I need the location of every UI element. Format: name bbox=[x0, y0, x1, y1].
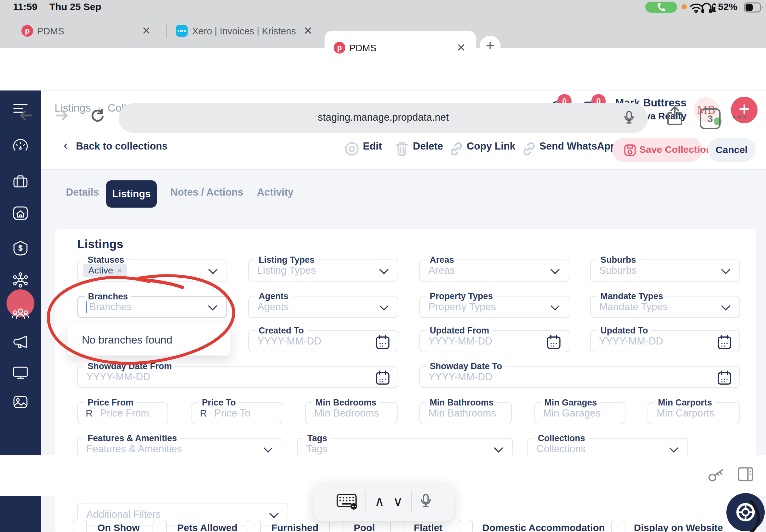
dashboard-icon[interactable] bbox=[12, 138, 29, 155]
showday-date-to-field[interactable]: Showday Date To YYYY-MM-DD bbox=[420, 366, 740, 388]
marketing-icon[interactable] bbox=[12, 333, 29, 350]
on-show-label[interactable]: On Show bbox=[97, 522, 140, 532]
showday-date-from-field[interactable]: Showday Date From YYYY-MM-DD bbox=[77, 366, 398, 388]
previous-field-icon[interactable]: ∧ bbox=[374, 495, 385, 508]
field-placeholder: Additional Filters bbox=[86, 509, 161, 520]
field-placeholder: Mandate Types bbox=[599, 301, 668, 313]
price-from-field[interactable]: Price From R Price From bbox=[77, 402, 168, 424]
areas-field[interactable]: Areas Areas bbox=[420, 260, 569, 282]
contacts-icon[interactable] bbox=[12, 306, 29, 323]
active-call-pill[interactable] bbox=[645, 2, 677, 13]
tab-3-title: PDMS bbox=[349, 43, 376, 54]
suburbs-field[interactable]: Suburbs Suburbs bbox=[590, 260, 740, 282]
min-bathrooms-field[interactable]: Min Bathrooms Min Bathrooms bbox=[420, 402, 512, 424]
tab-1-title[interactable]: PDMS bbox=[37, 26, 64, 37]
status-chip[interactable]: Active× bbox=[83, 264, 127, 277]
on-show-checkbox[interactable] bbox=[73, 520, 87, 532]
property-types-field[interactable]: Property Types Property Types bbox=[420, 296, 569, 318]
help-launcher-button[interactable] bbox=[726, 493, 765, 531]
life-ring-icon bbox=[735, 502, 756, 523]
field-placeholder: Suburbs bbox=[599, 265, 637, 276]
copy-link-button[interactable]: Copy Link bbox=[467, 140, 516, 152]
next-field-icon[interactable]: ∨ bbox=[393, 495, 403, 508]
calendar-icon[interactable] bbox=[547, 334, 561, 349]
url-bar[interactable]: staging.manage.propdata.net bbox=[119, 103, 648, 133]
tab-notes-actions[interactable]: Notes / Actions bbox=[170, 187, 243, 198]
statuses-field[interactable]: Statuses Active× bbox=[77, 260, 227, 282]
field-placeholder: Features & Amenities bbox=[86, 443, 182, 455]
reload-icon[interactable] bbox=[90, 108, 105, 123]
min-bedrooms-field[interactable]: Min Bedrooms Min Bedrooms bbox=[305, 402, 398, 424]
furnished-checkbox[interactable] bbox=[247, 520, 261, 532]
chevron-down-icon bbox=[208, 301, 217, 310]
calendar-icon[interactable] bbox=[375, 370, 390, 385]
domestic-accommodation-checkbox[interactable] bbox=[459, 520, 473, 532]
calendar-icon[interactable] bbox=[375, 334, 390, 349]
pool-checkbox[interactable] bbox=[329, 520, 343, 532]
monitor-icon[interactable] bbox=[12, 364, 29, 381]
save-collection-button[interactable]: Save Collection bbox=[612, 138, 702, 162]
chip-remove-icon[interactable]: × bbox=[117, 266, 122, 276]
listing-types-field[interactable]: Listing Types Listing Types bbox=[248, 260, 398, 282]
forward-icon[interactable] bbox=[55, 108, 69, 123]
media-icon[interactable] bbox=[12, 393, 29, 410]
tab-3-close-icon[interactable]: × bbox=[457, 39, 466, 56]
pets-allowed-label[interactable]: Pets Allowed bbox=[177, 522, 237, 532]
flatlet-label[interactable]: Flatlet bbox=[414, 522, 443, 532]
passwords-key-icon[interactable] bbox=[708, 466, 724, 483]
no-branches-message: No branches found bbox=[82, 334, 172, 346]
tab-switcher-button[interactable]: 3 bbox=[700, 108, 721, 129]
briefcase-icon[interactable] bbox=[12, 173, 29, 190]
display-on-website-label[interactable]: Display on Website bbox=[634, 522, 723, 532]
edit-button[interactable]: Edit bbox=[363, 140, 382, 152]
min-carports-field[interactable]: Min Carports Min Carports bbox=[648, 402, 740, 424]
tab-activity[interactable]: Activity bbox=[257, 187, 293, 198]
pricing-icon[interactable] bbox=[12, 240, 29, 257]
mandate-types-field[interactable]: Mandate Types Mandate Types bbox=[590, 296, 740, 318]
field-placeholder: Branches bbox=[89, 301, 132, 313]
field-label: Features & Amenities bbox=[84, 432, 180, 444]
listings-home-icon[interactable] bbox=[12, 205, 29, 222]
back-to-collections-link[interactable]: Back to collections bbox=[76, 140, 168, 152]
network-icon[interactable] bbox=[12, 272, 29, 288]
tab-1-close-icon[interactable]: × bbox=[142, 22, 151, 39]
new-tab-button[interactable]: + bbox=[480, 36, 501, 56]
field-label: Updated From bbox=[427, 325, 493, 336]
branches-field[interactable]: Branches Branches bbox=[77, 296, 227, 318]
send-whatsapp-button[interactable]: Send WhatsApp bbox=[540, 140, 617, 152]
field-placeholder: Collections bbox=[537, 443, 586, 455]
flatlet-checkbox[interactable] bbox=[390, 520, 405, 532]
field-label: Min Bedrooms bbox=[312, 397, 380, 408]
domestic-accommodation-label[interactable]: Domestic Accommodation bbox=[482, 522, 605, 532]
tab-details[interactable]: Details bbox=[66, 187, 99, 198]
keyboard-icon[interactable] bbox=[336, 493, 357, 510]
field-label: Tags bbox=[304, 432, 330, 444]
dictation-mic-icon[interactable] bbox=[420, 494, 432, 509]
updated-from-field[interactable]: Updated From YYYY-MM-DD bbox=[420, 330, 569, 352]
tab-listings[interactable]: Listings bbox=[106, 180, 157, 208]
agents-field[interactable]: Agents Agents bbox=[248, 296, 398, 318]
back-icon[interactable] bbox=[19, 108, 33, 123]
calendar-icon[interactable] bbox=[717, 334, 732, 349]
share-icon[interactable] bbox=[666, 106, 684, 125]
price-to-field[interactable]: Price To R Price To bbox=[191, 402, 282, 424]
cancel-button[interactable]: Cancel bbox=[708, 138, 756, 162]
field-label: Branches bbox=[85, 291, 131, 302]
browser-menu-icon[interactable]: ••• bbox=[732, 112, 748, 123]
voice-search-icon[interactable] bbox=[624, 111, 634, 125]
delete-button[interactable]: Delete bbox=[413, 140, 443, 152]
display-on-website-checkbox[interactable] bbox=[611, 520, 626, 532]
pool-label[interactable]: Pool bbox=[354, 522, 375, 532]
min-garages-field[interactable]: Min Garages Min Garages bbox=[534, 402, 626, 424]
autofill-card-icon[interactable] bbox=[737, 466, 754, 483]
pets-allowed-checkbox[interactable] bbox=[152, 520, 167, 532]
field-placeholder: Areas bbox=[429, 265, 455, 276]
calendar-icon[interactable] bbox=[717, 370, 732, 385]
tab-2-close-icon[interactable]: × bbox=[304, 22, 312, 39]
active-tab[interactable]: p PDMS × bbox=[324, 31, 476, 62]
updated-to-field[interactable]: Updated To YYYY-MM-DD bbox=[590, 330, 740, 352]
furnished-label[interactable]: Furnished bbox=[271, 522, 318, 532]
tab-2-title[interactable]: Xero | Invoices | Kristens bbox=[192, 26, 298, 37]
created-to-field[interactable]: Created To YYYY-MM-DD bbox=[248, 330, 398, 352]
divider bbox=[411, 491, 412, 512]
